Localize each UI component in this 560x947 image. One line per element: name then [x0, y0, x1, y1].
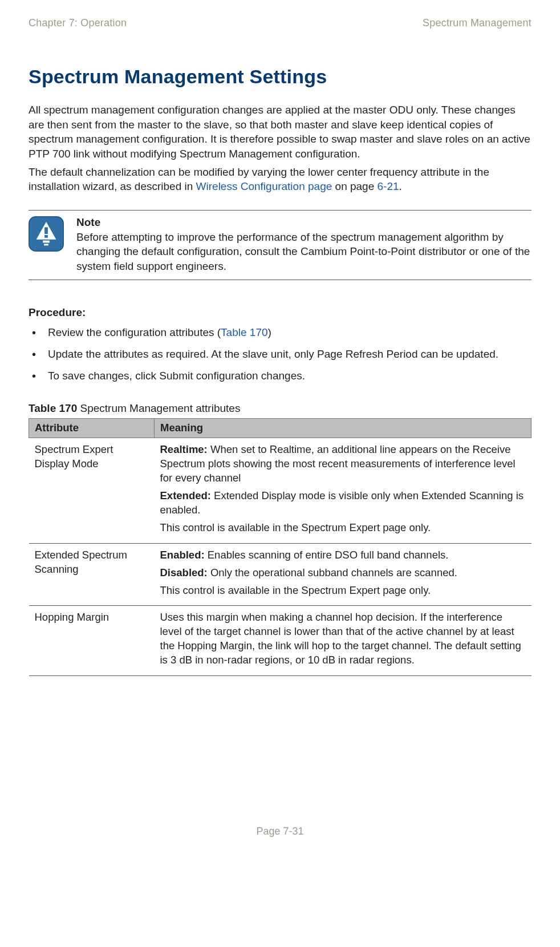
proc1-post: ) [268, 326, 271, 338]
procedure-item-1: Review the configuration attributes (Tab… [29, 325, 531, 340]
meaning-text: Extended Display mode is visible only wh… [160, 489, 524, 516]
page-footer: Page 7-31 [29, 824, 531, 838]
table-170-link[interactable]: Table 170 [221, 326, 267, 338]
meaning-text: Uses this margin when making a channel h… [160, 611, 521, 666]
table-row: Extended Spectrum Scanning Enabled: Enab… [29, 543, 531, 606]
svg-rect-4 [43, 241, 50, 243]
intro2-pageref[interactable]: 6-21 [378, 180, 399, 192]
note-text: Note Before attempting to improve the pe… [76, 215, 531, 274]
procedure-item-3: To save changes, click Submit configurat… [29, 369, 531, 383]
running-header: Chapter 7: Operation Spectrum Management [29, 16, 531, 30]
page-title: Spectrum Management Settings [29, 64, 531, 90]
meaning-cell: Uses this margin when making a channel h… [155, 606, 531, 676]
meaning-line: Realtime: When set to Realtime, an addit… [160, 443, 526, 485]
attr-cell: Extended Spectrum Scanning [29, 543, 155, 606]
meaning-cell: Realtime: When set to Realtime, an addit… [155, 438, 531, 543]
note-heading: Note [76, 215, 531, 230]
meaning-text: This control is available in the Spectru… [160, 584, 431, 596]
svg-rect-3 [44, 235, 48, 238]
attr-cell: Spectrum Expert Display Mode [29, 438, 155, 543]
meaning-line: This control is available in the Spectru… [160, 521, 526, 535]
procedure-list: Review the configuration attributes (Tab… [29, 325, 531, 383]
attr-cell: Hopping Margin [29, 606, 155, 676]
meaning-text: Only the operational subband channels ar… [208, 566, 457, 578]
intro-paragraph-2: The default channelization can be modifi… [29, 165, 531, 194]
meaning-bold: Disabled: [160, 566, 208, 578]
procedure-item-2: Update the attributes as required. At th… [29, 347, 531, 362]
intro-paragraph-1: All spectrum management configuration ch… [29, 103, 531, 161]
table-row: Hopping Margin Uses this margin when mak… [29, 606, 531, 676]
table-row: Spectrum Expert Display Mode Realtime: W… [29, 438, 531, 543]
col-meaning: Meaning [155, 418, 531, 438]
note-callout: Note Before attempting to improve the pe… [29, 210, 531, 280]
meaning-text: When set to Realtime, an additional line… [160, 443, 516, 484]
meaning-bold: Enabled: [160, 549, 205, 561]
svg-rect-5 [44, 244, 48, 245]
table-header-row: Attribute Meaning [29, 418, 531, 438]
meaning-bold: Extended: [160, 489, 211, 501]
intro2-post: . [399, 180, 402, 192]
meaning-text: Enables scanning of entire DSO full band… [205, 549, 449, 561]
col-attribute: Attribute [29, 418, 155, 438]
attributes-table: Attribute Meaning Spectrum Expert Displa… [29, 418, 531, 677]
proc1-pre: Review the configuration attributes ( [48, 326, 221, 338]
wireless-config-link[interactable]: Wireless Configuration page [196, 180, 332, 192]
meaning-cell: Enabled: Enables scanning of entire DSO … [155, 543, 531, 606]
table-caption: Table 170 Spectrum Management attributes [29, 401, 531, 416]
meaning-line: Uses this margin when making a channel h… [160, 610, 526, 667]
note-icon [29, 216, 64, 252]
meaning-line: This control is available in the Spectru… [160, 584, 526, 598]
meaning-line: Extended: Extended Display mode is visib… [160, 489, 526, 517]
procedure-heading: Procedure: [29, 305, 531, 320]
note-body: Before attempting to improve the perform… [76, 230, 531, 274]
table-caption-rest: Spectrum Management attributes [77, 402, 240, 414]
meaning-text: This control is available in the Spectru… [160, 521, 431, 533]
intro2-mid: on page [332, 180, 377, 192]
header-left: Chapter 7: Operation [29, 16, 127, 30]
table-caption-bold: Table 170 [29, 402, 77, 414]
meaning-line: Enabled: Enables scanning of entire DSO … [160, 548, 526, 562]
meaning-line: Disabled: Only the operational subband c… [160, 566, 526, 580]
meaning-bold: Realtime: [160, 443, 208, 455]
svg-rect-2 [44, 227, 48, 234]
header-right: Spectrum Management [423, 16, 531, 30]
